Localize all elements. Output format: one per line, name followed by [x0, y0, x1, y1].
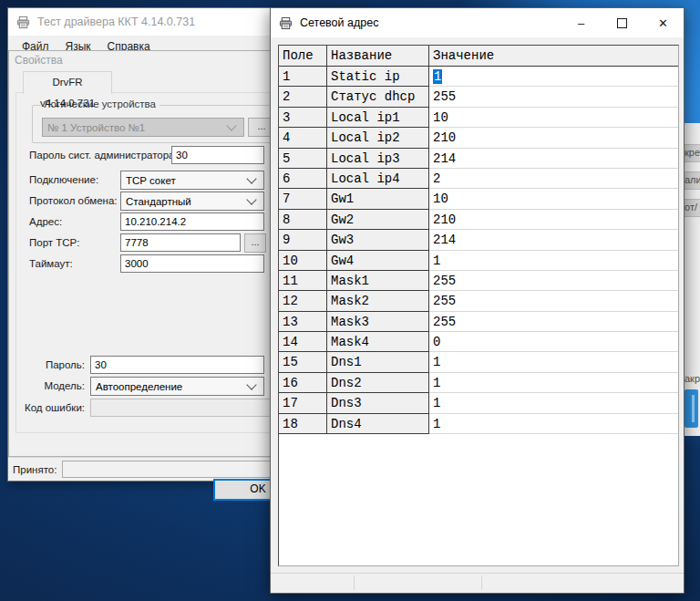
table-row: 2 Статус dhcp 255	[279, 87, 678, 107]
cell-name[interactable]: Dns4	[327, 414, 429, 434]
protocol-combobox[interactable]: Стандартный	[120, 192, 264, 211]
cell-value[interactable]: 255	[429, 271, 678, 291]
cell-value[interactable]: 1	[429, 352, 678, 372]
cell-value[interactable]: 210	[429, 210, 678, 230]
table-row: 10 Gw4 1	[279, 251, 678, 271]
cell-name[interactable]: Mask1	[327, 271, 429, 291]
cell-name[interactable]: Dns2	[327, 373, 429, 393]
cell-value[interactable]: 1	[429, 414, 678, 434]
cell-name[interactable]: Gw2	[327, 210, 429, 230]
cell-value[interactable]: 1	[429, 393, 678, 413]
device-combobox-value: № 1 Устройство №1	[47, 122, 145, 133]
cell-field[interactable]: 9	[279, 230, 327, 250]
cell-field[interactable]: 7	[279, 189, 327, 209]
fragment-blue-button[interactable]	[685, 389, 698, 428]
cell-value[interactable]: 255	[429, 291, 678, 311]
cell-name[interactable]: Gw3	[327, 230, 429, 250]
timeout-input[interactable]	[120, 254, 264, 273]
cell-value[interactable]: 1	[429, 373, 678, 393]
network-statusbar	[271, 573, 684, 591]
fragment-control[interactable]: от/	[685, 199, 700, 217]
minimize-button[interactable]: –	[561, 8, 602, 37]
cell-field[interactable]: 17	[279, 393, 327, 413]
cell-field[interactable]: 8	[279, 210, 327, 230]
cell-name[interactable]: Gw4	[327, 251, 429, 271]
cell-field[interactable]: 16	[279, 373, 327, 393]
address-input[interactable]	[120, 212, 264, 231]
cell-field[interactable]: 10	[279, 251, 327, 271]
table-row: 17 Dns3 1	[279, 393, 678, 413]
cell-field[interactable]: 2	[279, 87, 327, 107]
cell-name[interactable]: Mask2	[327, 291, 429, 311]
cell-value[interactable]: 2	[429, 169, 678, 189]
cell-name[interactable]: Dns1	[327, 352, 429, 372]
cell-value[interactable]: 1	[429, 67, 678, 87]
maximize-button[interactable]	[602, 8, 643, 37]
cell-field[interactable]: 4	[279, 128, 327, 148]
cell-name[interactable]: Статус dhcp	[327, 87, 429, 107]
cell-field[interactable]: 5	[279, 149, 327, 169]
table-row: 16 Dns2 1	[279, 373, 678, 393]
table-row: 3 Local ip1 10	[279, 108, 678, 128]
connection-combobox[interactable]: TCP сокет	[120, 171, 264, 190]
tab-drvfr[interactable]: DrvFR v4.14.0.731	[23, 71, 112, 94]
cell-field[interactable]: 13	[279, 312, 327, 332]
cell-value[interactable]: 0	[429, 332, 678, 352]
port-more-button[interactable]: ...	[244, 233, 266, 253]
chevron-down-icon	[226, 120, 236, 130]
cell-name[interactable]: Mask3	[327, 312, 429, 332]
cell-field[interactable]: 1	[279, 67, 327, 87]
cell-field[interactable]: 6	[279, 169, 327, 189]
cell-value[interactable]: 214	[429, 230, 678, 250]
fragment-control[interactable]: али	[685, 171, 700, 190]
cell-field[interactable]: 15	[279, 352, 327, 372]
timeout-label: Таймаут:	[29, 258, 73, 269]
close-button[interactable]: ✕	[643, 8, 684, 37]
cell-name[interactable]: Local ip4	[327, 169, 429, 189]
cell-name[interactable]: Static ip	[327, 67, 429, 87]
fragment-control[interactable]: кре	[685, 144, 700, 162]
device-combobox[interactable]: № 1 Устройство №1	[42, 118, 244, 137]
cell-value[interactable]: 255	[429, 312, 678, 332]
table-row: 15 Dns1 1	[279, 352, 678, 372]
cell-value[interactable]: 1	[429, 251, 678, 271]
cell-name[interactable]: Mask4	[327, 332, 429, 352]
printer-icon	[16, 16, 30, 29]
cell-name[interactable]: Gw1	[327, 189, 429, 209]
cell-field[interactable]: 12	[279, 291, 327, 311]
error-code-label: Код ошибки:	[16, 402, 85, 413]
chevron-down-icon	[246, 194, 256, 204]
cell-value[interactable]: 10	[429, 108, 678, 128]
table-row: 5 Local ip3 214	[279, 149, 678, 169]
cell-name[interactable]: Local ip1	[327, 108, 429, 128]
statusbar-separator	[354, 575, 355, 590]
password-input[interactable]	[90, 356, 264, 374]
header-name: Название	[327, 46, 429, 67]
port-input[interactable]	[120, 233, 241, 252]
cell-value[interactable]: 214	[429, 149, 678, 169]
table-row: 18 Dns4 1	[279, 414, 678, 434]
model-combobox[interactable]: Автоопределение	[90, 377, 264, 396]
admin-password-input[interactable]	[171, 146, 264, 164]
cell-field[interactable]: 14	[279, 332, 327, 352]
header-value: Значение	[429, 46, 678, 67]
model-combobox-value: Автоопределение	[96, 381, 182, 392]
network-titlebar[interactable]: Сетевой адрес – ✕	[271, 8, 684, 37]
cell-value[interactable]: 255	[429, 87, 678, 107]
cell-field[interactable]: 18	[279, 414, 327, 434]
cell-name[interactable]: Local ip2	[327, 128, 429, 148]
cell-value[interactable]: 10	[429, 189, 678, 209]
table-row: 4 Local ip2 210	[279, 128, 678, 148]
printer-icon	[279, 16, 293, 30]
table-row: 6 Local ip4 2	[279, 169, 678, 189]
cell-field[interactable]: 3	[279, 108, 327, 128]
fragment-blue-highlight	[692, 395, 695, 422]
cell-field[interactable]: 11	[279, 271, 327, 291]
network-window-title: Сетевой адрес	[300, 16, 378, 29]
table-row: 11 Mask1 255	[279, 271, 678, 291]
desktop: Тест драйвера ККТ 4.14.0.731 Файл Язык С…	[0, 0, 700, 601]
address-label: Адрес:	[29, 216, 62, 227]
cell-value[interactable]: 210	[429, 128, 678, 148]
cell-name[interactable]: Local ip3	[327, 149, 429, 169]
cell-name[interactable]: Dns3	[327, 393, 429, 413]
